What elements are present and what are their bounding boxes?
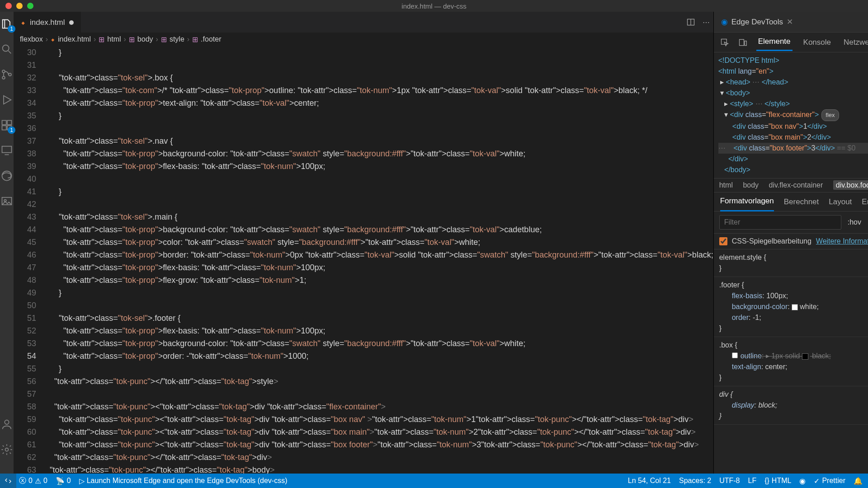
crumb[interactable]: div.box.footer xyxy=(833,180,868,190)
status-launch[interactable]: ▷Launch Microsoft Edge and open the Edge… xyxy=(79,477,288,485)
source-control-icon[interactable] xyxy=(0,68,14,81)
traffic-lights xyxy=(5,3,33,9)
bracket-icon: ⊞ xyxy=(99,35,104,44)
mirror-label: CSS-Spiegelbearbeitung xyxy=(732,237,811,245)
warning-icon: ⚠ xyxy=(35,477,41,485)
check-icon: ✓ xyxy=(814,477,820,485)
extensions-badge: 1 xyxy=(8,127,15,134)
editor: ⬥ index.html ⋯ flexbox› ⬥index.html› ⊞ht… xyxy=(14,12,713,474)
tab-layout[interactable]: Layout xyxy=(829,192,852,211)
crumb[interactable]: index.html xyxy=(58,35,91,43)
tab-edge-devtools[interactable]: ◉ Edge DevTools ✕ xyxy=(714,12,800,33)
mirror-info-link[interactable]: Weitere Informationen zur Spiegelbearbei… xyxy=(816,237,868,245)
activity-bar: 1 1 xyxy=(0,12,14,474)
crumb[interactable]: div.flex-container xyxy=(769,181,823,189)
tab-index-html[interactable]: ⬥ index.html xyxy=(14,12,81,33)
tab-netzwerk[interactable]: Netzwerk xyxy=(842,34,868,51)
status-prettier[interactable]: ✓Prettier xyxy=(814,477,845,485)
eq0: == $0 xyxy=(837,144,855,152)
svg-rect-16 xyxy=(739,39,744,45)
device-icon[interactable] xyxy=(738,38,747,47)
maximize-icon[interactable] xyxy=(27,3,33,9)
error-icon: ⓧ xyxy=(19,476,26,486)
devtools-tabgroup: ◉ Edge DevTools ✕ ⋯ xyxy=(714,12,868,33)
status-encoding[interactable]: UTF-8 xyxy=(719,477,740,485)
tab-elemente[interactable]: Elemente xyxy=(756,33,793,51)
crumb[interactable]: style xyxy=(170,35,184,43)
breadcrumbs[interactable]: flexbox› ⬥index.html› ⊞html› ⊞body› ⊞sty… xyxy=(14,33,713,46)
image-icon[interactable] xyxy=(0,194,14,208)
flex-badge[interactable]: flex xyxy=(821,109,839,121)
crumb[interactable]: html xyxy=(107,35,121,43)
status-spaces[interactable]: Spaces: 2 xyxy=(679,477,711,485)
search-icon[interactable] xyxy=(0,42,14,56)
style-rules[interactable]: element.style { } (Index):53 .footer { f… xyxy=(714,249,868,474)
bell-icon: 🔔 xyxy=(854,477,863,485)
crumb[interactable]: html xyxy=(719,181,733,189)
account-icon[interactable] xyxy=(0,418,14,431)
titlebar: index.html — dev-css xyxy=(0,0,868,12)
tab-berechnet[interactable]: Berechnet xyxy=(784,192,819,211)
status-cursor[interactable]: Ln 54, Col 21 xyxy=(628,477,671,485)
code-editor[interactable]: 3031323334353637383940414243444546474849… xyxy=(14,46,713,474)
bracket-icon: {} xyxy=(764,477,769,485)
bracket-icon: ⊞ xyxy=(161,35,167,44)
status-lang[interactable]: {}HTML xyxy=(764,477,791,485)
bracket-icon: ⊞ xyxy=(129,35,135,44)
status-ports[interactable]: 📡0 xyxy=(56,477,71,485)
rule-div[interactable]: Benutzer-Agent-Stylesheet div { display:… xyxy=(714,386,868,425)
svg-point-13 xyxy=(5,448,9,451)
explorer-icon[interactable]: 1 xyxy=(0,17,14,31)
edge-icon[interactable] xyxy=(0,169,14,183)
status-bell[interactable]: 🔔 xyxy=(854,477,863,485)
gear-icon[interactable] xyxy=(0,443,14,456)
status-errors[interactable]: ⓧ0 ⚠0 xyxy=(19,476,47,486)
window-title: index.html — dev-css xyxy=(401,2,466,10)
status-edge[interactable]: ◉ xyxy=(799,477,806,485)
bracket-icon: ⊞ xyxy=(192,35,198,44)
svg-point-2 xyxy=(2,76,5,79)
crumb[interactable]: flexbox xyxy=(20,35,43,43)
styles-filter-bar: :hov .cls ＋ 🖶 ⊡ xyxy=(714,211,868,234)
minimize-icon[interactable] xyxy=(16,3,23,9)
tab-konsole[interactable]: Konsole xyxy=(802,34,833,51)
crumb[interactable]: body xyxy=(743,181,759,189)
prop-checkbox[interactable] xyxy=(732,352,738,358)
svg-rect-5 xyxy=(2,126,6,130)
close-icon[interactable] xyxy=(5,3,12,9)
html-file-icon: ⬥ xyxy=(51,35,55,43)
svg-rect-17 xyxy=(745,41,746,45)
dom-breadcrumbs[interactable]: html body div.flex-container div.box.foo… xyxy=(714,178,868,192)
filter-input[interactable] xyxy=(719,215,841,230)
close-icon[interactable]: ✕ xyxy=(787,17,793,27)
more-icon[interactable]: ⋯ xyxy=(699,18,713,27)
rule-footer[interactable]: (Index):53 .footer { flex-basis: 100px; … xyxy=(714,277,868,337)
svg-point-3 xyxy=(9,73,11,76)
mirror-editing-row: CSS-Spiegelbearbeitung Weitere Informati… xyxy=(714,234,868,249)
rule-box[interactable]: (Index):34 .box { outline: ▸ 1px solid b… xyxy=(714,337,868,386)
tab-ereignislistener[interactable]: Ereignislistener xyxy=(862,192,868,211)
mirror-checkbox[interactable] xyxy=(719,237,727,245)
code-lines[interactable]: } "tok-attr">class="tok-sel">.box { "tok… xyxy=(45,46,713,474)
devtools-panel: ◉ Edge DevTools ✕ ⋯ Elemente Konsole Net… xyxy=(713,12,868,474)
extensions-icon[interactable]: 1 xyxy=(0,118,14,132)
svg-point-1 xyxy=(2,70,5,73)
status-eol[interactable]: LF xyxy=(748,477,757,485)
tab-label: Edge DevTools xyxy=(731,18,783,27)
html-file-icon: ⬥ xyxy=(21,18,25,27)
editor-tabs: ⬥ index.html ⋯ xyxy=(14,12,713,33)
remote-button[interactable] xyxy=(0,474,16,488)
split-editor-icon[interactable] xyxy=(683,18,699,27)
crumb[interactable]: .footer xyxy=(201,35,221,43)
inspect-icon[interactable] xyxy=(720,38,729,47)
dirty-indicator-icon xyxy=(69,20,74,25)
hov-toggle[interactable]: :hov xyxy=(848,218,861,226)
status-bar: ⓧ0 ⚠0 📡0 ▷Launch Microsoft Edge and open… xyxy=(0,474,868,488)
remote-icon[interactable] xyxy=(0,144,14,157)
crumb[interactable]: body xyxy=(137,35,153,43)
tab-formatvorlagen[interactable]: Formatvorlagen xyxy=(720,192,774,211)
rule-element-style[interactable]: element.style { } xyxy=(714,249,868,277)
tab-label: index.html xyxy=(30,18,65,27)
dom-tree[interactable]: <!DOCTYPE html> <html lang="en"> ▸ <head… xyxy=(714,52,868,178)
debug-icon[interactable] xyxy=(0,93,14,107)
